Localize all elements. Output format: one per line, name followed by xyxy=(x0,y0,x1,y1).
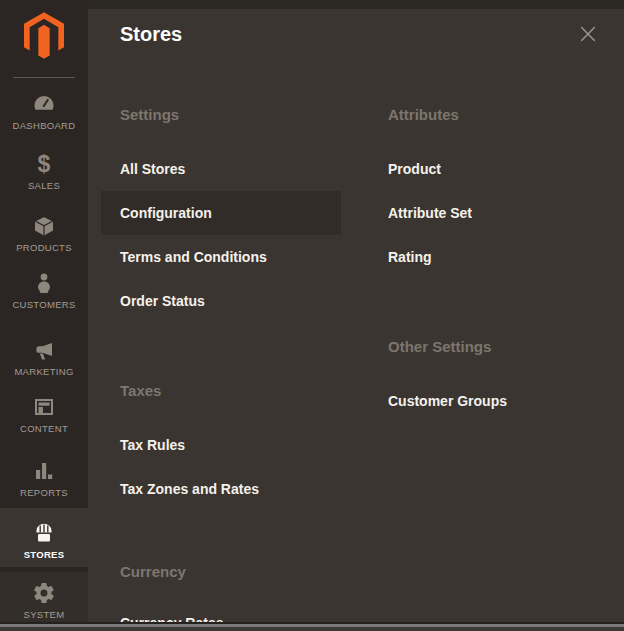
sidebar-item-label: CUSTOMERS xyxy=(0,299,88,310)
flyout-title: Stores xyxy=(120,21,182,47)
flyout-column-right: AttributesProductAttribute SetRatingOthe… xyxy=(388,92,608,468)
reports-chart-icon xyxy=(0,458,88,484)
sidebar-item-dashboard[interactable]: DASHBOARD xyxy=(0,88,88,142)
menu-link-terms-and-conditions[interactable]: Terms and Conditions xyxy=(120,235,384,279)
menu-section-currency: CurrencyCurrency Rates xyxy=(120,549,384,631)
sidebar-item-content[interactable]: CONTENT xyxy=(0,391,88,445)
section-header: Attributes xyxy=(388,92,608,136)
stores-flyout-panel: Stores SettingsAll StoresConfigurationTe… xyxy=(88,0,624,622)
customers-person-icon xyxy=(0,270,88,296)
sidebar-item-label: CONTENT xyxy=(0,423,88,434)
products-box-icon xyxy=(0,213,88,239)
system-gear-icon xyxy=(0,580,88,606)
sidebar-item-stores[interactable]: STORES xyxy=(0,508,88,567)
flyout-top-band xyxy=(88,0,624,9)
sidebar-item-label: SALES xyxy=(0,180,88,191)
menu-link-rating[interactable]: Rating xyxy=(388,235,608,279)
sidebar-item-reports[interactable]: REPORTS xyxy=(0,455,88,509)
menu-link-all-stores[interactable]: All Stores xyxy=(120,147,384,191)
sidebar-item-customers[interactable]: CUSTOMERS xyxy=(0,267,88,321)
window-bottom-edge xyxy=(0,622,624,631)
menu-link-attribute-set[interactable]: Attribute Set xyxy=(388,191,608,235)
menu-link-order-status[interactable]: Order Status xyxy=(120,279,384,323)
menu-link-tax-zones-and-rates[interactable]: Tax Zones and Rates xyxy=(120,467,384,511)
close-icon[interactable] xyxy=(576,22,600,46)
section-header: Taxes xyxy=(120,368,384,412)
menu-link-product[interactable]: Product xyxy=(388,147,608,191)
sales-dollar-icon: $ xyxy=(0,151,88,177)
menu-section-other-settings: Other SettingsCustomer Groups xyxy=(388,324,608,423)
admin-sidebar: DASHBOARD$SALESPRODUCTSCUSTOMERSMARKETIN… xyxy=(0,0,88,631)
menu-link-tax-rules[interactable]: Tax Rules xyxy=(120,423,384,467)
menu-section-taxes: TaxesTax RulesTax Zones and Rates xyxy=(120,368,384,511)
flyout-column-left: SettingsAll StoresConfigurationTerms and… xyxy=(120,92,384,631)
section-header: Currency xyxy=(120,549,384,593)
marketing-megaphone-icon xyxy=(0,337,88,363)
stores-storefront-icon xyxy=(0,520,88,546)
menu-section-attributes: AttributesProductAttribute SetRating xyxy=(388,92,608,279)
sidebar-item-label: PRODUCTS xyxy=(0,242,88,253)
menu-link-customer-groups[interactable]: Customer Groups xyxy=(388,379,608,423)
sidebar-item-label: MARKETING xyxy=(0,366,88,377)
menu-section-settings: SettingsAll StoresConfigurationTerms and… xyxy=(120,92,384,323)
dashboard-gauge-icon xyxy=(0,91,88,117)
section-header: Settings xyxy=(120,92,384,136)
sidebar-divider xyxy=(13,77,75,78)
content-layout-icon xyxy=(0,394,88,420)
menu-link-configuration[interactable]: Configuration xyxy=(101,191,341,235)
magento-logo-icon[interactable] xyxy=(24,12,64,59)
sidebar-item-products[interactable]: PRODUCTS xyxy=(0,210,88,264)
sidebar-item-label: DASHBOARD xyxy=(0,120,88,131)
sidebar-item-sales[interactable]: $SALES xyxy=(0,148,88,202)
sidebar-item-marketing[interactable]: MARKETING xyxy=(0,334,88,388)
sidebar-item-label: SYSTEM xyxy=(0,609,88,620)
sidebar-item-label: STORES xyxy=(0,549,88,560)
section-header: Other Settings xyxy=(388,324,608,368)
sidebar-item-label: REPORTS xyxy=(0,487,88,498)
